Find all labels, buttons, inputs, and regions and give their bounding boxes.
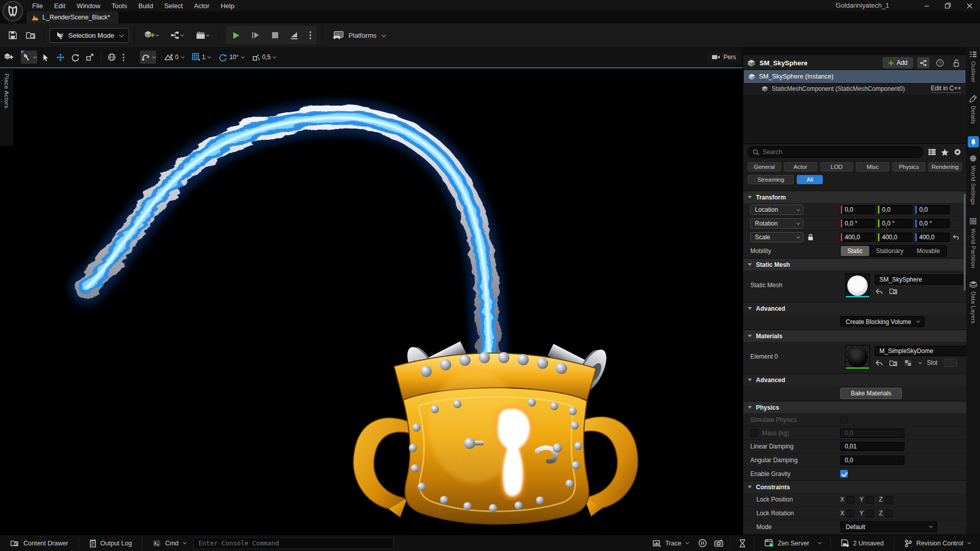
lock-position-x-checkbox[interactable] [847,496,854,504]
edit-in-cpp-link[interactable]: Edit in C++ [931,85,961,93]
menu-help[interactable]: Help [215,1,240,11]
component-tree-child-row[interactable]: StaticMeshComponent (StaticMeshComponent… [743,83,966,95]
create-blocking-volume-dropdown[interactable]: Create Blocking Volume [840,316,924,327]
constraint-mode-dropdown[interactable]: Default [840,521,937,532]
trace-dropdown[interactable]: Trace [648,537,693,549]
lock-rotation-z-checkbox[interactable] [885,510,893,517]
static-mesh-asset-dropdown[interactable]: SM_SkySphere [875,274,966,285]
scale-snap-toggle[interactable]: 0,5 [251,51,277,64]
level-tab[interactable]: L_RenderScene_Black* [27,11,118,23]
move-tool[interactable] [54,51,67,64]
category-physics[interactable]: Physics [892,162,925,171]
search-input[interactable] [763,148,918,156]
blueprints-button[interactable] [165,28,188,43]
platforms-dropdown[interactable]: Platforms [328,28,390,43]
browse-to-asset-icon[interactable] [889,287,898,295]
minimize-button[interactable] [916,0,937,11]
play-options-button[interactable] [306,28,314,43]
eject-button[interactable] [287,28,302,43]
perspective-selector[interactable]: Pers [707,52,741,63]
mobility-movable[interactable]: Movable [910,246,946,256]
world-coordinate-button[interactable] [105,51,118,64]
place-actors-button[interactable] [2,51,15,64]
details-pin-button[interactable] [968,136,979,147]
viewport-options-button[interactable] [120,51,127,64]
menu-window[interactable]: Window [71,1,106,11]
slot-name-field[interactable] [944,359,957,367]
help-icon[interactable]: ? [934,57,946,68]
chevron-down-icon[interactable] [918,360,922,364]
rotation-x-field[interactable]: 0,0 ° [840,219,875,228]
cinematics-button[interactable] [191,28,213,43]
use-selected-asset-icon[interactable] [875,359,883,366]
zen-server-dropdown[interactable]: Zen Server [760,537,825,549]
section-constraints[interactable]: Constraints [743,481,966,493]
use-selected-asset-icon[interactable] [875,288,883,295]
tab-world-settings[interactable]: World Settings [969,155,977,205]
lock-rotation-y-checkbox[interactable] [866,510,874,517]
frame-skip-button[interactable] [248,28,263,43]
favorites-star-icon[interactable] [941,148,949,156]
material-asset-dropdown[interactable]: M_SimpleSkyDome [875,346,966,356]
scale-tool[interactable] [83,51,96,64]
surface-snapping-button[interactable] [140,51,156,64]
details-scrollbar[interactable] [964,194,966,291]
section-static-mesh-advanced[interactable]: Advanced [743,302,966,314]
category-lod[interactable]: LOD [820,162,853,171]
tab-world-partition[interactable]: World Partition [969,217,977,268]
mass-override-checkbox[interactable] [750,429,758,437]
section-materials-advanced[interactable]: Advanced [743,373,966,386]
rotation-z-field[interactable]: 0,0 ° [915,219,950,228]
console-command-input[interactable] [193,538,394,549]
restore-button[interactable] [937,0,959,11]
menu-actor[interactable]: Actor [188,1,215,11]
scale-y-field[interactable]: 400,0 [877,233,913,242]
mass-field[interactable]: 0,0 [840,429,904,438]
play-button[interactable] [229,28,244,43]
reset-to-default-icon[interactable] [953,234,960,240]
location-snap-toggle[interactable]: 0 [163,51,185,64]
browse-to-asset-icon[interactable] [889,359,898,367]
output-log-button[interactable]: Output Log [84,537,137,550]
menu-file[interactable]: File [27,1,48,11]
category-rendering[interactable]: Rendering [928,162,962,171]
lock-position-z-checkbox[interactable] [885,496,893,504]
tab-outliner[interactable]: Outliner [969,51,977,83]
add-actor-button[interactable] [140,28,162,43]
category-actor[interactable]: Actor [784,162,817,171]
unlock-icon[interactable] [950,57,962,68]
settings-gear-icon[interactable] [953,148,962,156]
section-physics[interactable]: Physics [743,401,966,413]
transform-select-tool[interactable] [21,51,37,64]
screenshot-button[interactable] [712,537,725,549]
location-y-field[interactable]: 0,0 [877,205,913,214]
selection-mode-dropdown[interactable]: Selection Mode [50,28,129,43]
convert-to-blueprint-button[interactable] [917,57,929,68]
angular-damping-field[interactable]: 0,0 [840,456,904,465]
lock-position-y-checkbox[interactable] [866,496,874,504]
material-thumbnail[interactable] [845,345,870,369]
menu-tools[interactable]: Tools [106,1,133,11]
grid-snap-toggle[interactable]: 1 [190,51,212,64]
menu-build[interactable]: Build [133,1,159,11]
static-mesh-thumbnail[interactable] [845,273,870,298]
display-filter-icon[interactable] [928,148,936,156]
scale-dropdown[interactable]: Scale [750,232,803,242]
background-tasks-button[interactable] [736,537,749,550]
scale-z-field[interactable]: 400,0 [915,233,950,242]
component-tree-area[interactable] [743,95,966,144]
bake-materials-button[interactable]: Bake Materials [840,388,902,399]
enable-gravity-checkbox[interactable] [840,470,848,478]
mobility-static[interactable]: Static [841,246,869,256]
cmd-dropdown[interactable]: Cmd [148,537,190,549]
rotation-dropdown[interactable]: Rotation [750,218,803,229]
tab-data-layers[interactable]: Data Layers [969,281,977,324]
section-materials[interactable]: Materials [743,330,966,342]
lock-rotation-x-checkbox[interactable] [847,510,854,517]
close-button[interactable] [959,0,980,11]
scale-x-field[interactable]: 400,0 [840,233,875,242]
section-static-mesh[interactable]: Static Mesh [743,258,966,270]
search-box[interactable] [748,146,923,158]
location-dropdown[interactable]: Location [750,205,803,215]
category-all[interactable]: All [797,175,823,184]
